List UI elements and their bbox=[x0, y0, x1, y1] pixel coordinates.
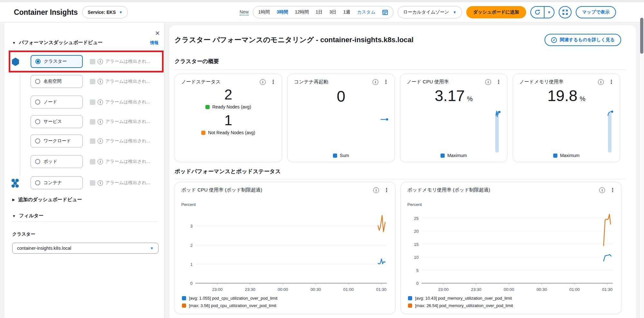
calendar-icon[interactable] bbox=[382, 9, 388, 15]
legend-swatch bbox=[201, 131, 205, 135]
radio-container[interactable]: コンテナ bbox=[31, 176, 83, 189]
cluster-filter-select[interactable]: container-insights.k8s.local ▼ bbox=[12, 243, 158, 254]
node-cpu-value: 3.17 bbox=[435, 88, 465, 104]
refresh-icon bbox=[534, 9, 541, 15]
refresh-options-button[interactable]: ▼ bbox=[544, 7, 554, 18]
node-cpu-card: ノード CPU 使用率 i⋮ 3.17 % Maximum bbox=[400, 74, 507, 162]
radio-namespace[interactable]: 名前空間 bbox=[31, 75, 83, 88]
time-range-custom[interactable]: カスタム bbox=[357, 9, 375, 15]
card-header: ノードステータス i⋮ bbox=[175, 74, 282, 88]
map-view-button[interactable]: マップで表示 bbox=[576, 6, 616, 18]
info-icon[interactable]: i bbox=[598, 79, 604, 85]
info-icon[interactable]: i bbox=[98, 159, 103, 164]
alarm-checkbox[interactable] bbox=[90, 138, 95, 144]
info-icon[interactable]: i bbox=[98, 79, 103, 84]
refresh-split-button: ▼ bbox=[530, 6, 554, 18]
alarm-checkbox[interactable] bbox=[90, 119, 95, 125]
timezone-selector[interactable]: ローカルタイムゾーン ▼ bbox=[398, 6, 462, 18]
radio-workload[interactable]: ワークロード bbox=[31, 135, 83, 147]
alarm-checkbox[interactable] bbox=[90, 180, 95, 186]
svg-text:5: 5 bbox=[416, 268, 419, 273]
sidebar-view-row-service: サービス i アラームは検出され... bbox=[31, 115, 162, 128]
menu-icon[interactable]: ⋮ bbox=[270, 79, 276, 85]
svg-text:10: 10 bbox=[414, 255, 419, 260]
time-range-1w[interactable]: 1週 bbox=[343, 9, 350, 15]
info-icon[interactable]: i bbox=[373, 187, 379, 193]
overview-heading: クラスターの概要 bbox=[175, 58, 636, 65]
alarm-status-group: i アラームは検出され... bbox=[90, 59, 150, 64]
additional-views-toggle[interactable]: ▶ 追加のダッシュボードビュー bbox=[12, 197, 82, 203]
filters-toggle[interactable]: ▼ フィルター bbox=[12, 213, 43, 219]
chevron-down-icon: ▼ bbox=[150, 246, 154, 250]
new-badge[interactable]: New bbox=[240, 9, 249, 15]
node-memory-unit: % bbox=[580, 95, 585, 103]
sidebar-section-header[interactable]: ▼ パフォーマンスダッシュボードビュー 情報 bbox=[12, 40, 158, 46]
cluster-hexagon-icon bbox=[11, 57, 20, 68]
svg-text:3: 3 bbox=[190, 224, 193, 229]
radio-label: ポッド bbox=[43, 159, 57, 164]
menu-icon[interactable]: ⋮ bbox=[383, 79, 389, 85]
alarm-checkbox[interactable] bbox=[90, 99, 95, 105]
time-range-1d[interactable]: 1日 bbox=[316, 9, 323, 15]
info-icon[interactable]: i bbox=[98, 138, 103, 144]
refresh-button[interactable] bbox=[531, 7, 544, 18]
tree-connector-line bbox=[20, 74, 20, 176]
radio-pod[interactable]: ポッド bbox=[31, 155, 83, 168]
y-axis-label: Percent bbox=[407, 202, 621, 207]
info-icon[interactable]: i bbox=[98, 180, 103, 186]
alarm-checkbox[interactable] bbox=[90, 159, 95, 164]
alarm-status-group: i アラームは検出され... bbox=[90, 79, 150, 84]
radio-label: ノード bbox=[43, 99, 57, 105]
info-icon[interactable]: i bbox=[260, 79, 266, 85]
radio-node[interactable]: ノード bbox=[31, 96, 83, 108]
menu-icon[interactable]: ⋮ bbox=[384, 187, 389, 193]
info-icon[interactable]: i bbox=[98, 99, 103, 105]
info-icon[interactable]: i bbox=[599, 187, 605, 193]
chart-legend: [avg: 10.43] pod_memory_utilization_over… bbox=[408, 296, 621, 308]
alarm-checkbox[interactable] bbox=[90, 59, 95, 64]
container-restarts-card: コンテナ再起動 i⋮ 0 Sum bbox=[287, 74, 395, 162]
svg-text:23:00: 23:00 bbox=[438, 287, 449, 292]
chart-legend: [avg: 1.055] pod_cpu_utilization_over_po… bbox=[182, 296, 395, 308]
info-icon[interactable]: i bbox=[373, 79, 378, 85]
alarm-checkbox[interactable] bbox=[90, 79, 95, 84]
scrollbar-thumb[interactable] bbox=[640, 18, 643, 54]
time-range-3h[interactable]: 3時間 bbox=[277, 9, 288, 15]
card-title: ノードメモリ使用率 bbox=[519, 79, 564, 85]
additional-views-title: 追加のダッシュボードビュー bbox=[18, 197, 82, 203]
sidebar-view-row-cluster: クラスター i アラームは検出され... bbox=[31, 55, 162, 68]
radio-dot bbox=[35, 180, 40, 185]
info-icon[interactable]: i bbox=[485, 79, 491, 85]
time-range-3d[interactable]: 3日 bbox=[329, 9, 336, 15]
fullscreen-button[interactable] bbox=[559, 6, 572, 18]
view-related-button[interactable]: 関連するものを詳しく見る bbox=[545, 34, 621, 46]
card-header: ポッド CPU 使用率 (ポッド制限超過) i⋮ bbox=[175, 182, 395, 196]
card-header: ポッドメモリ使用率 (ポッド制限超過) i⋮ bbox=[401, 182, 621, 196]
sidebar-view-row-container: コンテナ i アラームは検出され... bbox=[31, 176, 162, 189]
radio-label: コンテナ bbox=[43, 180, 62, 186]
metric-sparkline bbox=[380, 117, 389, 123]
time-range-1h[interactable]: 1時間 bbox=[258, 9, 270, 15]
legend-label: Maximum bbox=[447, 153, 467, 158]
menu-icon[interactable]: ⋮ bbox=[610, 187, 615, 193]
info-link[interactable]: 情報 bbox=[150, 40, 158, 46]
menu-icon[interactable]: ⋮ bbox=[609, 79, 614, 85]
legend-item: [avg: 1.055] pod_cpu_utilization_over_po… bbox=[182, 296, 395, 301]
alarm-text: アラームは検出され... bbox=[105, 138, 150, 144]
time-range-control: 1時間 3時間 12時間 1日 3日 1週 カスタム bbox=[253, 6, 393, 18]
close-icon[interactable]: × bbox=[155, 29, 160, 37]
radio-label: クラスター bbox=[44, 59, 67, 64]
node-memory-value-row: 19.8 % bbox=[513, 88, 620, 104]
overview-cards-row: ノードステータス i⋮ 2 Ready Nodes (avg) 1 Not Re… bbox=[175, 74, 626, 162]
menu-icon[interactable]: ⋮ bbox=[496, 79, 501, 85]
info-icon[interactable]: i bbox=[98, 119, 103, 125]
alarm-text: アラームは検出され... bbox=[105, 59, 150, 64]
radio-cluster[interactable]: クラスター bbox=[31, 55, 83, 68]
time-range-12h[interactable]: 12時間 bbox=[295, 9, 309, 15]
info-icon[interactable]: i bbox=[98, 59, 103, 64]
radio-service[interactable]: サービス bbox=[31, 115, 83, 128]
add-to-dashboard-button[interactable]: ダッシュボードに追加 bbox=[466, 6, 526, 18]
chevron-right-icon: ▶ bbox=[12, 198, 15, 202]
legend-swatch bbox=[205, 105, 210, 109]
service-selector[interactable]: Service: EKS ▼ bbox=[82, 6, 128, 18]
